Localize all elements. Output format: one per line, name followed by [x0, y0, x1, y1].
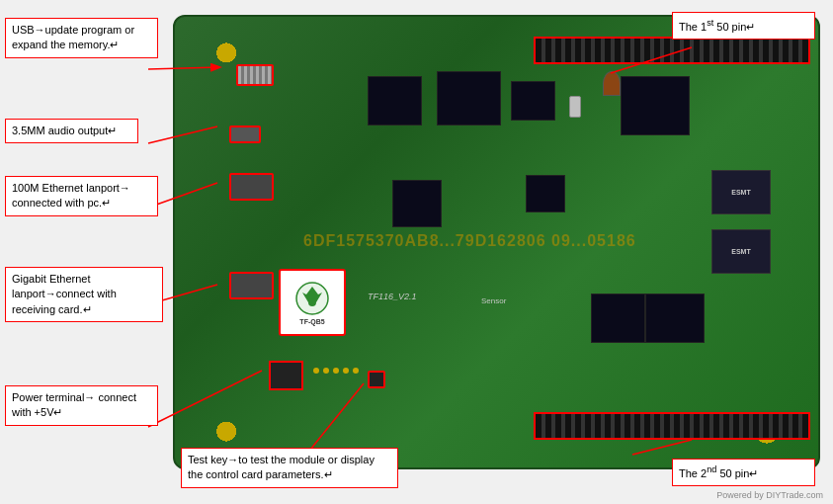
crystal-oscillator — [569, 96, 581, 118]
chip-1 — [368, 76, 422, 126]
test-key-button[interactable] — [368, 371, 385, 388]
gigabit-callout: Gigabit Ethernet lanport→connect with re… — [5, 267, 163, 322]
main-container: ESMT ESMT — [0, 0, 833, 504]
chip-4 — [392, 180, 442, 227]
pcb-model-label: TF116_V2.1 — [368, 292, 417, 301]
chip-6 — [621, 76, 690, 135]
test-key-callout: Test key→to test the module or display t… — [181, 448, 398, 488]
powered-by-text: Powered by DIYTrade.com — [716, 490, 823, 500]
capacitor — [603, 71, 621, 96]
usb-callout: USB→update program or expand the memory.… — [5, 18, 158, 58]
esmt-chip-1: ESMT — [711, 170, 771, 214]
ethernet-port-100m — [229, 173, 274, 201]
ethernet-port-gigabit — [229, 272, 274, 299]
pin1-callout-text: The 1st 50 pin↵ — [679, 21, 755, 33]
usb-port — [236, 64, 274, 86]
power-terminal — [269, 361, 303, 390]
logo-brand-text: TF-QB5 — [299, 318, 324, 325]
logo-module: TF-QB5 — [279, 269, 346, 336]
audio-port — [229, 126, 261, 143]
chip-2 — [437, 71, 501, 126]
chip-5 — [526, 175, 565, 212]
pin1-callout: The 1st 50 pin↵ — [672, 12, 815, 40]
svg-point-1 — [308, 298, 316, 306]
chip-3 — [511, 81, 555, 121]
gigabit-callout-text: Gigabit Ethernet lanport→connect with re… — [12, 273, 117, 315]
pcb-board: ESMT ESMT — [173, 15, 820, 469]
pin2-callout-text: The 2nd 50 pin↵ — [679, 467, 758, 479]
audio-callout-text: 3.5MM audio output↵ — [12, 125, 117, 136]
ethernet-100m-callout-text: 100M Ethernet lanport→ connected with pc… — [12, 182, 130, 209]
pin-connector-bottom — [534, 412, 810, 440]
pin-connector-top — [534, 37, 810, 64]
pin2-callout: The 2nd 50 pin↵ — [672, 459, 815, 486]
audio-callout: 3.5MM audio output↵ — [5, 119, 138, 143]
logo-icon-svg — [294, 281, 330, 316]
sensor-label: Sensor — [481, 296, 506, 305]
ethernet-100m-callout: 100M Ethernet lanport→ connected with pc… — [5, 176, 158, 216]
test-key-callout-text: Test key→to test the module or display t… — [188, 454, 375, 480]
chip-8 — [591, 294, 645, 343]
esmt-chip-2: ESMT — [711, 229, 771, 274]
power-callout-text: Power terminal→ connect with +5V↵ — [12, 391, 136, 418]
watermark-text: 6DF1575370AB8...79D162806 09...05186 — [303, 232, 636, 250]
power-callout: Power terminal→ connect with +5V↵ — [5, 385, 158, 426]
usb-callout-text: USB→update program or expand the memory.… — [12, 24, 134, 50]
chip-7 — [645, 294, 705, 343]
solder-dots — [313, 368, 359, 374]
